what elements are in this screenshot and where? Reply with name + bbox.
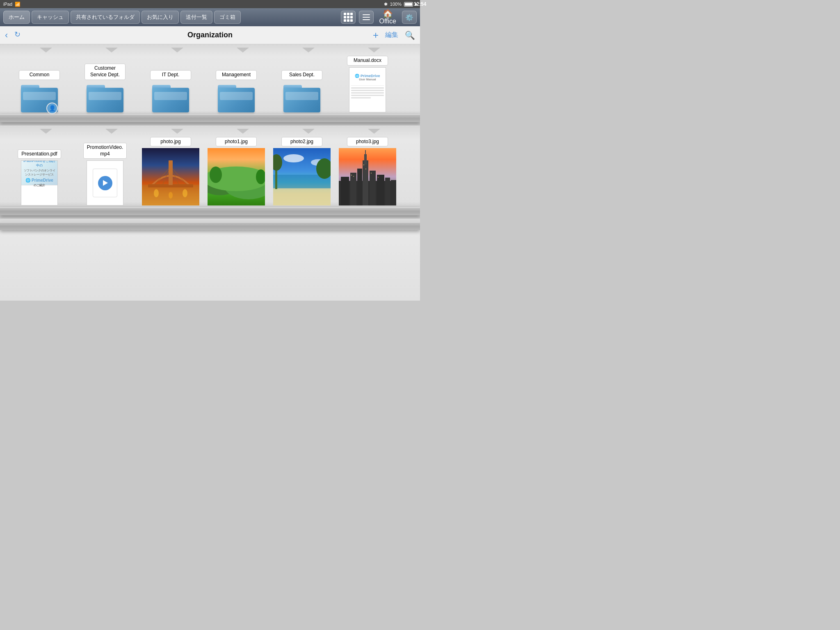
nav-shared-button[interactable]: 共有されているフォルダ: [71, 11, 140, 24]
shadow-tri: [144, 48, 210, 52]
wifi-icon: 📶: [15, 2, 21, 7]
shadow-tri: [276, 48, 341, 52]
svg-rect-27: [357, 169, 362, 205]
menu-button[interactable]: [359, 11, 374, 24]
manual-logo: 🌐 PrimeDrive User Manual: [351, 69, 384, 86]
nav-cache-button[interactable]: キャッシュ: [32, 11, 69, 24]
file-label-itdept: IT Dept.: [150, 70, 191, 80]
svg-rect-39: [371, 173, 372, 173]
shelf-area: Common 👤 CustomerService Dept.: [0, 44, 420, 315]
photo-thumb-field: [208, 148, 265, 205]
file-label-photo3: photo3.jpg: [347, 137, 388, 147]
file-label-sales: Sales Dept.: [281, 70, 322, 80]
beach-svg: [273, 148, 331, 205]
nav-favorites-button[interactable]: お気に入り: [142, 11, 179, 24]
shadow-tri: [341, 129, 407, 134]
shelf-shadow-row-2: [7, 129, 413, 134]
svg-rect-26: [350, 173, 356, 205]
svg-point-17: [283, 154, 304, 162]
shadow-tri: [13, 48, 79, 52]
field-svg: [208, 148, 265, 205]
pdf-preview: iPad/iPhoneをご検討中の ソフトバンクのオンラインストレージサービス …: [21, 161, 57, 185]
file-item-video[interactable]: PromotionVideo.mp4: [72, 139, 138, 207]
battery-pct: 100%: [390, 2, 402, 7]
status-bar: iPad 📶 12:54 ✱ 100%: [0, 0, 420, 8]
folder-icon-itdept: [152, 82, 189, 112]
toolbar-left: ‹ ↻: [5, 30, 21, 41]
office-label: Office: [379, 18, 397, 25]
user-badge-icon: 👤: [46, 103, 58, 114]
file-item-customer[interactable]: CustomerService Dept.: [72, 60, 138, 114]
file-item-photo1[interactable]: photo1.jpg: [203, 134, 269, 208]
photo-city-image: [339, 148, 396, 205]
back-button[interactable]: ‹: [5, 30, 8, 41]
svg-rect-37: [363, 164, 364, 165]
bridge-svg: [142, 148, 199, 205]
refresh-button[interactable]: ↻: [14, 30, 21, 41]
file-label-presentation: Presentation.pdf: [18, 149, 61, 159]
file-item-itdept[interactable]: IT Dept.: [138, 67, 203, 114]
svg-rect-28: [363, 160, 368, 205]
grid-view-button[interactable]: [341, 11, 356, 24]
file-label-customer: CustomerService Dept.: [84, 64, 126, 80]
nav-trash-button[interactable]: ゴミ箱: [214, 11, 241, 24]
add-button[interactable]: +: [373, 30, 379, 40]
grid-icon: [344, 13, 353, 22]
file-item-photo2[interactable]: photo2.jpg: [269, 134, 335, 208]
shadow-tri: [341, 48, 407, 52]
video-thumb: [87, 160, 123, 205]
file-label-photo2: photo2.jpg: [281, 137, 322, 147]
city-svg: [339, 148, 396, 205]
shadow-tri: [276, 129, 341, 134]
photo-bridge-image: [142, 148, 199, 205]
file-item-sales[interactable]: Sales Dept.: [269, 67, 335, 114]
file-label-manual: Manual.docx: [347, 56, 388, 66]
hamburger-icon: [363, 14, 370, 20]
file-item-common[interactable]: Common 👤: [7, 67, 72, 114]
shelf-shadow-row-1: [7, 48, 413, 52]
status-right: ✱ 100%: [384, 2, 417, 7]
folder-icon-customer: [87, 82, 123, 112]
photo-beach-image: [273, 148, 331, 205]
svg-rect-32: [377, 175, 384, 205]
file-item-photo[interactable]: photo.jpg: [138, 134, 203, 208]
svg-rect-36: [353, 176, 354, 177]
battery-icon: [404, 2, 413, 7]
file-item-photo3[interactable]: photo3.jpg: [335, 134, 400, 208]
svg-rect-38: [365, 169, 366, 169]
toolbar-right: + 編集 🔍: [373, 30, 415, 40]
office-button[interactable]: 🏠 Office: [377, 9, 399, 26]
search-button[interactable]: 🔍: [405, 30, 415, 40]
shadow-tri: [210, 48, 276, 52]
photo-thumb-beach: [273, 148, 331, 205]
file-item-management[interactable]: Management: [203, 67, 269, 114]
file-item-manual[interactable]: Manual.docx 🌐 PrimeDrive User Manual: [335, 52, 400, 114]
svg-rect-20: [273, 188, 331, 205]
page-title: Organization: [187, 31, 233, 39]
shadow-tri: [79, 129, 144, 134]
shadow-tri: [13, 129, 79, 134]
nav-home-button[interactable]: ホーム: [3, 11, 30, 24]
svg-point-8: [154, 189, 159, 197]
settings-button[interactable]: ⚙️: [402, 11, 417, 24]
shelf-1-items: Common 👤 CustomerService Dept.: [7, 52, 413, 114]
svg-rect-40: [378, 177, 379, 178]
nav-sent-button[interactable]: 送付一覧: [180, 11, 212, 24]
folder-icon-sales: [283, 82, 320, 112]
folder-icon-management: [218, 82, 255, 112]
nav-right: 🏠 Office ⚙️: [341, 9, 417, 26]
svg-rect-7: [169, 160, 173, 185]
manual-content-lines: [351, 87, 384, 100]
file-label-photo: photo.jpg: [150, 137, 191, 147]
svg-rect-25: [341, 177, 349, 205]
file-label-common: Common: [19, 70, 60, 80]
manual-thumb: 🌐 PrimeDrive User Manual: [349, 67, 386, 112]
edit-button[interactable]: 編集: [385, 31, 398, 39]
photo-thumb-bridge: [142, 148, 199, 205]
svg-rect-31: [370, 171, 376, 205]
file-item-presentation[interactable]: Presentation.pdf iPad/iPhoneをご検討中の ソフトバン…: [7, 146, 72, 208]
file-label-management: Management: [216, 70, 257, 80]
status-time: 12:54: [414, 1, 420, 7]
svg-rect-33: [385, 178, 390, 205]
gear-icon: ⚙️: [405, 14, 413, 21]
